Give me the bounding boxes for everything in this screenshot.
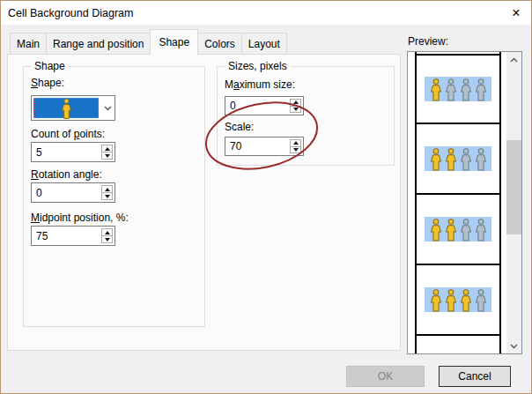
spin-down-button[interactable]	[291, 107, 300, 113]
crowd-graphic	[425, 217, 491, 242]
sizes-groupbox: Sizes, pixels Maximum size: 0 Scale: 70	[217, 66, 395, 166]
person-icon-gray	[445, 78, 457, 101]
person-icon-gray	[460, 218, 472, 242]
ok-button[interactable]: OK	[346, 366, 425, 387]
shape-groupbox: Shape Shape: Count of points: 5 Rotation…	[23, 66, 205, 327]
tab-colors[interactable]: Colors	[197, 33, 242, 55]
scale-spinner[interactable]: 70	[225, 137, 304, 156]
scale-value: 70	[230, 140, 241, 152]
person-icon-gray	[475, 78, 487, 101]
shape-swatch	[33, 98, 99, 118]
tab-main[interactable]: Main	[10, 33, 47, 55]
preview-cell-1	[417, 54, 499, 124]
person-icon-yellow	[445, 288, 457, 312]
preview-list[interactable]	[407, 51, 522, 354]
crowd-graphic	[425, 146, 491, 171]
rotation-angle-value: 0	[36, 187, 42, 199]
person-icon-gray	[475, 218, 487, 242]
spin-up-button[interactable]	[291, 140, 300, 147]
person-icon-yellow	[430, 288, 442, 312]
spin-up-icon	[105, 188, 110, 191]
spin-up-button[interactable]	[102, 229, 112, 236]
midpoint-position-updown	[101, 228, 113, 243]
spin-down-button[interactable]	[102, 152, 112, 159]
spin-up-icon	[293, 141, 299, 145]
scale-updown	[290, 139, 301, 153]
cancel-button[interactable]: Cancel	[439, 366, 511, 387]
person-icon-yellow	[430, 78, 442, 101]
close-button[interactable]: ×	[506, 4, 526, 23]
person-icon	[61, 98, 72, 119]
rotation-angle-spinner[interactable]: 0	[31, 182, 115, 203]
count-of-points-label: Count of points:	[31, 128, 105, 140]
maximum-size-spinner[interactable]: 0	[225, 96, 304, 115]
preview-cell-2	[417, 124, 499, 195]
scale-label: Scale:	[225, 121, 254, 133]
count-of-points-updown	[101, 145, 113, 160]
chevron-down-icon[interactable]	[100, 96, 115, 120]
preview-label: Preview:	[408, 35, 448, 48]
tab-range-and-position[interactable]: Range and position	[46, 33, 151, 55]
shape-field-label: Shape:	[31, 77, 64, 89]
spin-up-button[interactable]	[291, 100, 300, 107]
rotation-angle-label: Rotation angle:	[31, 168, 102, 181]
person-icon-gray	[460, 78, 472, 101]
spin-up-button[interactable]	[102, 186, 112, 193]
count-of-points-spinner[interactable]: 5	[31, 142, 115, 162]
sizes-group-title: Sizes, pixels	[225, 60, 291, 72]
preview-scrollbar[interactable]	[506, 52, 521, 353]
shape-group-title: Shape	[31, 60, 69, 72]
midpoint-position-label: Midpoint position, %:	[31, 212, 129, 224]
scrollbar-thumb[interactable]	[506, 140, 521, 234]
spin-up-icon	[105, 147, 110, 151]
spin-down-icon	[293, 108, 299, 111]
person-icon-gray	[460, 147, 472, 171]
shape-dropdown[interactable]	[31, 95, 115, 121]
preview-cell-4	[417, 265, 499, 336]
spin-up-button[interactable]	[102, 145, 112, 152]
scroll-down-button[interactable]	[506, 338, 521, 353]
spin-down-button[interactable]	[102, 236, 112, 242]
maximum-size-updown	[290, 99, 301, 113]
dialog-window: Cell Background Diagram × MainRange and …	[0, 0, 532, 394]
chevron-up-icon	[510, 57, 518, 63]
person-icon-yellow	[430, 218, 442, 242]
rotation-angle-updown	[101, 185, 113, 200]
person-icon-yellow	[430, 147, 442, 171]
preview-strip	[415, 52, 501, 353]
scroll-up-button[interactable]	[506, 52, 521, 67]
midpoint-position-value: 75	[36, 230, 48, 242]
maximum-size-label: Maximum size:	[225, 78, 295, 91]
close-icon: ×	[512, 5, 520, 20]
tab-shape[interactable]: Shape	[150, 29, 198, 55]
person-icon-gray	[475, 288, 487, 312]
window-title: Cell Background Diagram	[8, 7, 133, 19]
person-icon-yellow	[445, 147, 457, 171]
tab-layout[interactable]: Layout	[241, 33, 287, 55]
spin-up-icon	[293, 100, 299, 104]
chevron-down-icon	[510, 344, 518, 349]
person-icon-yellow	[445, 218, 457, 242]
spin-down-icon	[105, 195, 110, 198]
spin-down-button[interactable]	[291, 147, 300, 153]
crowd-graphic	[425, 287, 491, 312]
spin-down-icon	[105, 154, 110, 158]
midpoint-position-spinner[interactable]: 75	[31, 226, 115, 246]
count-of-points-value: 5	[36, 146, 42, 159]
spin-up-icon	[105, 231, 110, 234]
spin-down-icon	[105, 238, 110, 242]
title-bar: Cell Background Diagram ×	[1, 1, 531, 25]
person-icon-gray	[475, 147, 487, 171]
person-icon-yellow	[460, 288, 472, 312]
crowd-graphic	[425, 77, 491, 101]
shape-tab-panel: Shape Shape: Count of points: 5 Rotation…	[7, 54, 401, 351]
spin-down-icon	[293, 148, 299, 152]
maximum-size-value: 0	[230, 100, 236, 112]
spin-down-button[interactable]	[102, 193, 112, 199]
tab-bar: MainRange and positionShapeColorsLayout	[10, 29, 286, 55]
preview-cell-3	[417, 195, 499, 265]
